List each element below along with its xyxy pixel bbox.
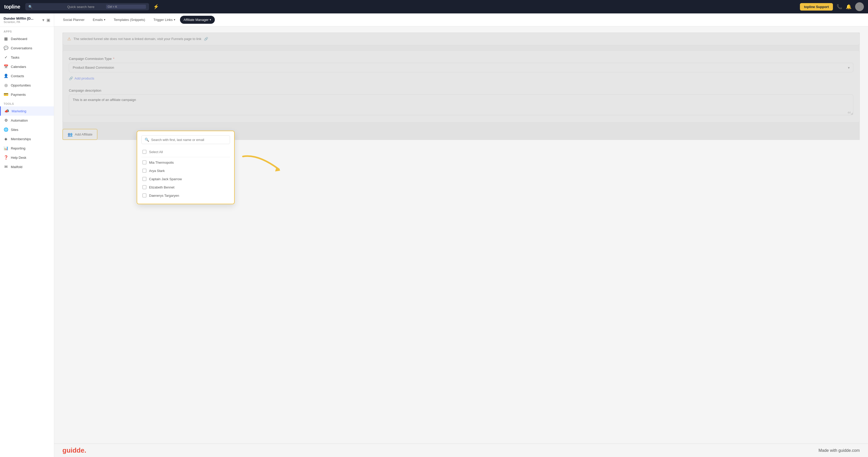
commission-type-value: Product Based Commission [73,65,114,69]
subnav-templates[interactable]: Templates (Snippets) [110,16,149,24]
sidebar-item-label: Opportunities [11,83,31,87]
subnav-label: Emails [93,18,103,22]
select-all-checkbox[interactable] [142,150,147,154]
sidebar-collapse-icon[interactable]: ▣ [46,18,50,23]
contact-checkbox-2[interactable] [142,177,147,181]
search-icon: 🔍 [28,5,65,9]
sidebar-item-opportunities[interactable]: ◎ Opportunities [0,81,54,90]
topnav-right-area: topline Support 📞 🔔 [800,2,864,11]
subnav-affiliate-manager[interactable]: Affiliate Manager ▾ [180,16,215,24]
contact-row-3[interactable]: Elizabeth Bennet [141,183,230,191]
svg-marker-0 [275,167,280,171]
sidebar-item-marketing[interactable]: 📣 Marketing [0,106,54,116]
app-logo: topline [4,4,20,10]
sidebar-item-mailfold[interactable]: ✉ Mailfold [0,162,54,171]
add-products-link[interactable]: 🔗 Add products [69,76,94,81]
sidebar-item-helpdesk[interactable]: ❓ Help Desk [0,153,54,162]
support-button[interactable]: topline Support [800,3,833,10]
sidebar-item-memberships[interactable]: ◈ Memberships [0,134,54,144]
phone-icon[interactable]: 📞 [837,4,842,9]
sidebar-item-tasks[interactable]: ✓ Tasks [0,53,54,62]
sidebar-item-calendars[interactable]: 📅 Calendars [0,62,54,71]
sidebar-item-dashboard[interactable]: ▦ Dashboard [0,34,54,44]
search-shortcut: Ctrl + K [106,5,146,9]
select-all-label: Select All [149,150,163,154]
workspace-dropdown-icon[interactable]: ▾ [42,18,44,23]
sidebar-item-label: Payments [11,93,26,96]
contact-checkbox-0[interactable] [142,160,147,165]
sidebar-item-automation[interactable]: ⚙ Automation [0,116,54,125]
subnav-label: Trigger Links [153,18,173,22]
workspace-location: Scranton, PA [4,20,40,24]
contact-checkbox-3[interactable] [142,185,147,189]
contact-name-2: Captain Jack Sparrow [149,177,182,181]
commission-type-select[interactable]: Product Based Commission [69,63,853,72]
sidebar: Dunder Mifflin [D... Scranton, PA ▾ ▣ Ap… [0,13,54,457]
automation-icon: ⚙ [4,118,8,123]
contact-name-4: Daenerys Targaryen [149,194,179,198]
workspace-selector[interactable]: Dunder Mifflin [D... Scranton, PA ▾ ▣ [0,13,54,27]
sidebar-item-label: Mailfold [11,165,23,169]
sidebar-item-label: Dashboard [11,37,27,41]
contact-row-0[interactable]: Mia Thermopolis [141,158,230,167]
payments-icon: 💳 [4,92,8,97]
sidebar-item-conversations[interactable]: 💬 Conversations [0,44,54,53]
contact-row-2[interactable]: Captain Jack Sparrow [141,175,230,183]
workspace-info: Dunder Mifflin [D... Scranton, PA [4,17,40,24]
affiliate-search-box[interactable]: 🔍 [141,135,230,144]
sidebar-item-contacts[interactable]: 👤 Contacts [0,71,54,81]
subnav-label: Affiliate Manager [184,18,209,22]
dashboard-icon: ▦ [4,36,8,41]
subnav-trigger-links[interactable]: Trigger Links ▾ [150,16,179,24]
global-search[interactable]: 🔍 Quick search here Ctrl + K [25,3,149,10]
form-section: Campaign Commission Type * Product Based… [62,50,860,123]
subnav-label: Templates (Snippets) [114,18,145,22]
sidebar-item-label: Automation [11,118,28,122]
main-content: ⚠ The selected funnel site does not have… [54,26,868,444]
char-count: 44 [848,111,851,114]
warning-link[interactable]: 🔗 [204,37,208,41]
search-icon: 🔍 [145,138,149,142]
memberships-icon: ◈ [4,137,8,141]
bell-icon[interactable]: 🔔 [846,4,851,9]
guidde-logo-text: guidde. [62,447,86,454]
contact-name-1: Arya Stark [149,169,165,173]
campaign-description-textarea[interactable] [69,94,853,115]
marketing-icon: 📣 [4,109,9,113]
contacts-icon: 👤 [4,74,8,78]
emails-dropdown-icon: ▾ [104,18,105,22]
bottom-bar: guidde. Made with guidde.com [54,444,868,457]
search-placeholder: Quick search here [67,5,104,9]
contact-row-1[interactable]: Arya Stark [141,167,230,175]
affiliate-search-input[interactable] [151,138,227,142]
add-affiliate-label: Add Affiliate [75,133,92,136]
content-wrapper: ⚠ The selected funnel site does not have… [62,32,860,140]
user-avatar[interactable] [855,2,864,11]
calendars-icon: 📅 [4,64,8,69]
main-area: Social Planner Emails ▾ Templates (Snipp… [54,13,868,457]
add-affiliate-icon: 👥 [68,132,73,137]
sidebar-item-sites[interactable]: 🌐 Sites [0,125,54,134]
contact-row-4[interactable]: Daenerys Targaryen [141,191,230,200]
select-all-row[interactable]: Select All [141,148,230,156]
opportunities-icon: ◎ [4,83,8,88]
divider [141,157,230,157]
affiliate-manager-dropdown-icon: ▾ [210,18,211,22]
main-layout: Dunder Mifflin [D... Scranton, PA ▾ ▣ Ap… [0,13,868,457]
trigger-links-dropdown-icon: ▾ [174,18,175,22]
guidde-logo: guidde. [62,447,86,454]
sidebar-item-payments[interactable]: 💳 Payments [0,90,54,99]
bolt-icon[interactable]: ⚡ [153,4,159,9]
commission-type-label: Campaign Commission Type * [69,57,853,61]
sidebar-item-label: Help Desk [11,156,26,160]
contact-checkbox-4[interactable] [142,193,147,198]
sidebar-item-label: Conversations [11,46,32,50]
arrow-annotation [238,151,284,178]
warning-banner: ⚠ The selected funnel site does not have… [62,32,860,45]
warning-text: The selected funnel site does not have a… [73,37,202,41]
contact-checkbox-1[interactable] [142,169,147,173]
subnav-emails[interactable]: Emails ▾ [89,16,109,24]
add-affiliate-button[interactable]: 👥 Add Affiliate [62,129,97,140]
subnav-social-planner[interactable]: Social Planner [59,16,88,24]
sidebar-item-reporting[interactable]: 📊 Reporting [0,144,54,153]
